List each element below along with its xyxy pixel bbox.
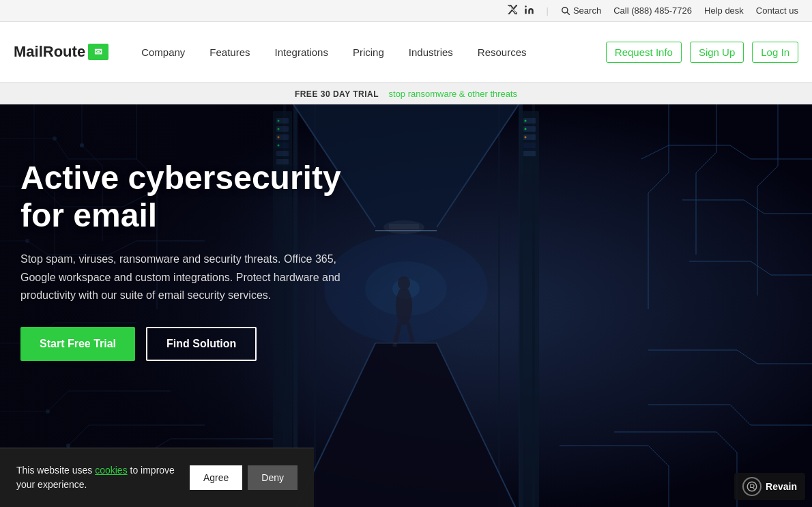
phone-link[interactable]: Call (888) 485-7726 (613, 5, 692, 16)
hero-content: Active cybersecurity for email Stop spam… (0, 104, 382, 388)
revain-badge: Revain (734, 473, 805, 500)
nav-features[interactable]: Features (197, 21, 262, 83)
svg-rect-44 (523, 151, 536, 156)
announcement-bar: FREE 30 DAY TRIAL stop ransomware & othe… (0, 83, 812, 104)
hero-title: Active cybersecurity for email (20, 159, 355, 234)
hero-description: Stop spam, viruses, ransomware and secur… (20, 250, 355, 304)
request-info-button[interactable]: Request Info (606, 42, 682, 63)
twitter-link[interactable] (506, 5, 517, 16)
svg-point-45 (525, 120, 527, 122)
svg-point-1 (562, 7, 568, 12)
social-icons (506, 5, 534, 17)
nav-resources[interactable]: Resources (465, 21, 539, 83)
announcement-link[interactable]: stop ransomware & other threats (389, 89, 518, 99)
revain-label: Revain (766, 481, 797, 492)
helpdesk-link[interactable]: Help desk (704, 5, 744, 16)
deny-button[interactable]: Deny (248, 465, 298, 490)
nav-industries[interactable]: Industries (396, 21, 465, 83)
agree-button[interactable]: Agree (190, 465, 242, 490)
svg-point-48 (396, 287, 412, 325)
main-nav: Company Features Integrations Pricing In… (129, 21, 606, 83)
svg-point-57 (747, 482, 757, 491)
svg-point-0 (525, 5, 527, 8)
trial-label: FREE 30 DAY TRIAL (295, 89, 379, 99)
svg-rect-43 (523, 143, 536, 148)
svg-point-49 (398, 276, 410, 290)
svg-point-47 (525, 136, 527, 139)
cookie-buttons: Agree Deny (190, 465, 298, 490)
find-solution-button[interactable]: Find Solution (146, 327, 257, 361)
search-label: Search (573, 5, 601, 16)
cookies-link[interactable]: cookies (95, 465, 127, 476)
linkedin-link[interactable] (524, 5, 534, 17)
nav-company[interactable]: Company (129, 21, 197, 83)
svg-rect-39 (520, 111, 539, 507)
svg-point-46 (525, 128, 527, 130)
hero-section: Active cybersecurity for email Stop spam… (0, 104, 812, 507)
header: MailRoute ✉ Company Features Integration… (0, 22, 812, 83)
cookie-banner: This website uses cookies to improve you… (0, 448, 314, 507)
sign-up-button[interactable]: Sign Up (690, 42, 744, 63)
nav-integrations[interactable]: Integrations (263, 21, 340, 83)
divider: | (547, 5, 549, 16)
svg-line-2 (567, 12, 570, 15)
logo-text: MailRoute (14, 43, 85, 61)
contact-link[interactable]: Contact us (756, 5, 798, 16)
revain-icon (742, 477, 762, 496)
logo-icon: ✉ (88, 44, 108, 60)
hero-buttons: Start Free Trial Find Solution (20, 327, 355, 361)
search-button[interactable]: Search (561, 5, 601, 16)
logo[interactable]: MailRoute ✉ (14, 43, 108, 61)
nav-pricing[interactable]: Pricing (340, 21, 396, 83)
top-bar: | Search Call (888) 485-7726 Help desk C… (0, 0, 812, 22)
svg-rect-53 (389, 224, 419, 229)
cookie-message: This website uses (16, 465, 95, 476)
log-in-button[interactable]: Log In (752, 42, 798, 63)
cookie-text: This website uses cookies to improve you… (16, 463, 176, 492)
start-trial-button[interactable]: Start Free Trial (20, 327, 135, 361)
svg-rect-10 (498, 104, 500, 507)
header-right: Request Info Sign Up Log In (606, 42, 798, 63)
